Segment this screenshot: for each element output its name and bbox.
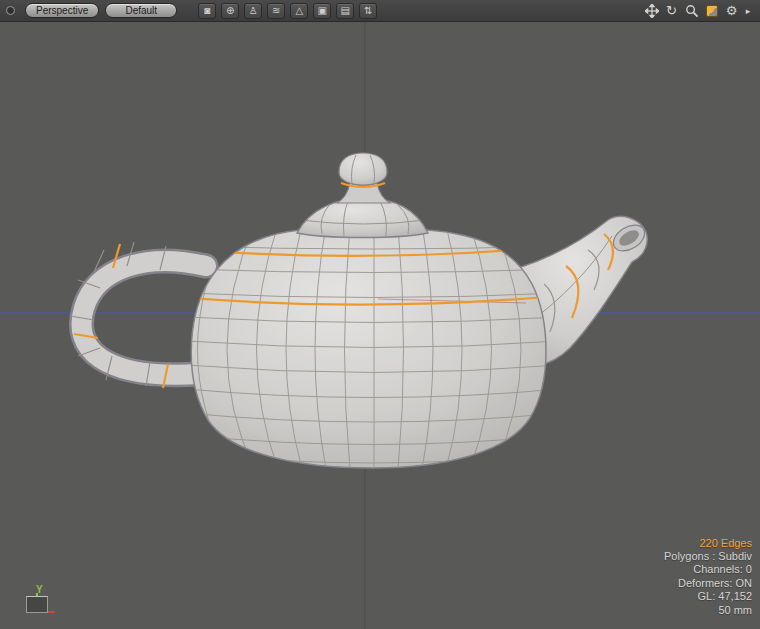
status-polygons: Polygons : Subdiv [664,550,752,563]
draw-options-icon[interactable] [703,2,720,19]
axis-gizmo: Y [24,587,58,619]
status-focal-length: 50 mm [664,604,752,617]
waves-display-icon[interactable]: ≋ [267,3,285,19]
axis-gizmo-box [26,596,48,613]
viewport-canvas[interactable] [0,22,760,629]
triangle-display-icon-glyph: △ [295,5,303,16]
viewport-toolbar: Perspective Default ◙ ⊕ ♙ ≋ △ ▣ ▤ ⇅ [0,0,760,22]
pan-icon[interactable] [643,2,660,19]
draw-options-icon-glyph [706,5,718,17]
waves-display-icon-glyph: ≋ [272,5,280,16]
selection-count: 220 Edges [664,537,752,550]
settings-gear-icon[interactable]: ⚙ [723,2,740,19]
viewport-type-button[interactable]: Perspective [25,3,99,18]
globe-shading-icon[interactable]: ⊕ [221,3,239,19]
orbit-icon[interactable]: ↻ [663,2,680,19]
globe-shading-icon-glyph: ⊕ [226,5,234,16]
display-toggle-group: ◙ ⊕ ♙ ≋ △ ▣ ▤ ⇅ [193,3,377,19]
axis-x-tick [48,611,55,613]
status-readout: 220 Edges Polygons : Subdiv Channels: 0 … [664,537,752,617]
status-deformers: Deformers: ON [664,577,752,590]
dot-style-icon[interactable]: ◙ [198,3,216,19]
status-gl-count: GL: 47,152 [664,590,752,603]
viewport-3d[interactable]: 220 Edges Polygons : Subdiv Channels: 0 … [0,22,760,629]
frame-display-icon[interactable]: ▣ [313,3,331,19]
dot-style-icon-glyph: ◙ [204,5,210,16]
shading-mode-button[interactable]: Default [105,3,177,18]
viewport-menu-dot-icon[interactable] [6,6,15,15]
figure-display-icon[interactable]: ♙ [244,3,262,19]
swap-axes-icon[interactable]: ⇅ [359,3,377,19]
status-channels: Channels: 0 [664,563,752,576]
figure-display-icon-glyph: ♙ [249,5,258,16]
swap-axes-icon-glyph: ⇅ [364,5,372,16]
teapot-handle[interactable] [70,242,206,388]
frame-display-icon-glyph: ▣ [318,5,327,16]
triangle-display-icon[interactable]: △ [290,3,308,19]
navigation-icon-group: ↻ ⚙ ▸ [643,2,755,19]
pages-display-icon[interactable]: ▤ [336,3,354,19]
expand-arrow-icon[interactable]: ▸ [743,2,753,19]
teapot-knob[interactable] [337,153,390,203]
teapot-model[interactable] [70,153,649,469]
zoom-icon[interactable] [683,2,700,19]
pages-display-icon-glyph: ▤ [341,5,350,16]
3d-viewport-window: Perspective Default ◙ ⊕ ♙ ≋ △ ▣ ▤ ⇅ [0,0,760,629]
teapot-lid[interactable] [297,198,428,238]
